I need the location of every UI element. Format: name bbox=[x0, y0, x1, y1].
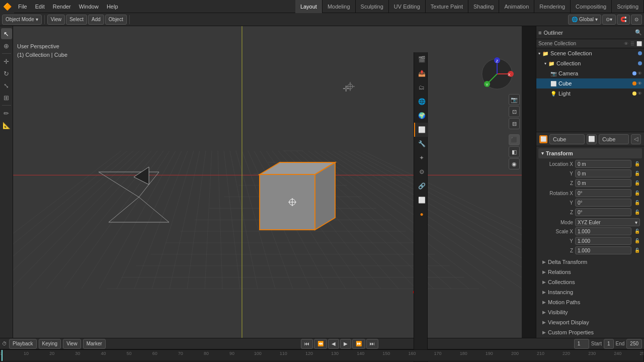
prop-tab-output[interactable]: 📤 bbox=[414, 66, 428, 80]
outliner-light[interactable]: 💡 Light 👁 bbox=[536, 88, 644, 99]
snap-btn[interactable]: 🧲 bbox=[617, 15, 630, 25]
keying-menu[interactable]: Keying bbox=[39, 339, 61, 349]
transform-section-header[interactable]: ▾ Transform bbox=[538, 148, 642, 158]
prop-data-name-btn[interactable]: ⬜ bbox=[587, 134, 597, 144]
light-vis-icon[interactable]: 👁 bbox=[637, 91, 642, 96]
scale-z-input[interactable]: 1.000 bbox=[575, 246, 631, 254]
menu-help[interactable]: Help bbox=[103, 0, 122, 13]
camera-view-btn[interactable]: 📷 bbox=[509, 94, 520, 105]
rotation-z-input[interactable]: 0° bbox=[575, 208, 631, 216]
prop-data-name-field[interactable]: Cube bbox=[599, 134, 629, 144]
play-reverse-btn[interactable]: ◀ bbox=[328, 339, 339, 349]
timeline-view-menu[interactable]: View bbox=[63, 339, 81, 349]
rotation-y-lock-icon[interactable]: 🔓 bbox=[634, 200, 640, 205]
tab-animation[interactable]: Animation bbox=[499, 0, 534, 13]
add-menu[interactable]: Add bbox=[88, 15, 104, 25]
shading-render-btn[interactable]: ◉ bbox=[509, 158, 520, 169]
outliner-collection[interactable]: ▾ 📁 Collection bbox=[536, 58, 644, 68]
select-tool-btn[interactable]: ↖ bbox=[1, 28, 12, 39]
prop-tab-world[interactable]: 🌍 bbox=[414, 109, 428, 123]
collections-section[interactable]: ▶ Collections bbox=[538, 277, 642, 287]
instancing-section[interactable]: ▶ Instancing bbox=[538, 287, 642, 297]
blender-logo[interactable]: 🔶 bbox=[0, 0, 14, 13]
marker-menu[interactable]: Marker bbox=[83, 339, 106, 349]
prop-tab-render[interactable]: 🎬 bbox=[414, 52, 428, 66]
tab-uv-editing[interactable]: UV Editing bbox=[389, 0, 426, 13]
tab-texture-paint[interactable]: Texture Paint bbox=[426, 0, 468, 13]
tab-sculpting[interactable]: Sculpting bbox=[356, 0, 389, 13]
current-frame-display[interactable]: 1 bbox=[574, 339, 589, 349]
shading-solid-btn[interactable]: ⬛ bbox=[509, 134, 520, 145]
menu-edit[interactable]: Edit bbox=[31, 0, 49, 13]
location-x-lock-icon[interactable]: 🔓 bbox=[634, 161, 640, 166]
custom-properties-section[interactable]: ▶ Custom Properties bbox=[538, 327, 642, 337]
prop-tab-scene[interactable]: 🌐 bbox=[414, 95, 428, 109]
outliner-camera[interactable]: 📷 Camera 👁 bbox=[536, 68, 644, 78]
prop-tab-object[interactable]: ⬜ bbox=[414, 123, 428, 137]
scale-x-lock-icon[interactable]: 🔓 bbox=[634, 229, 640, 234]
menu-render[interactable]: Render bbox=[49, 0, 75, 13]
tab-rendering[interactable]: Rendering bbox=[534, 0, 571, 13]
cube-vis-icon[interactable]: 👁 bbox=[637, 81, 642, 86]
tab-shading[interactable]: Shading bbox=[468, 0, 499, 13]
tab-scripting[interactable]: Scripting bbox=[612, 0, 644, 13]
prop-tab-view-layer[interactable]: 🗂 bbox=[414, 80, 428, 95]
delta-transform-section[interactable]: ▶ Delta Transform bbox=[538, 257, 642, 267]
jump-end-btn[interactable]: ⏭ bbox=[366, 339, 378, 349]
location-z-input[interactable]: 0 m bbox=[575, 179, 631, 187]
xray-toggle-btn[interactable]: ⊟ bbox=[509, 118, 520, 129]
measure-btn[interactable]: 📐 bbox=[1, 120, 12, 131]
visibility-section[interactable]: ▶ Visibility bbox=[538, 307, 642, 317]
rotation-x-input[interactable]: 0° bbox=[575, 189, 631, 197]
viewport-display-section[interactable]: ▶ Viewport Display bbox=[538, 317, 642, 327]
next-frame-btn[interactable]: ⏩ bbox=[352, 339, 365, 349]
move-tool-btn[interactable]: ✛ bbox=[1, 56, 12, 67]
menu-file[interactable]: File bbox=[14, 0, 31, 13]
select-menu[interactable]: Select bbox=[66, 15, 87, 25]
tab-layout[interactable]: Layout bbox=[295, 0, 323, 13]
rotation-x-lock-icon[interactable]: 🔓 bbox=[634, 191, 640, 196]
prop-tab-particles[interactable]: ✦ bbox=[414, 151, 428, 165]
playback-menu[interactable]: Playback bbox=[9, 339, 37, 349]
view-menu[interactable]: View bbox=[47, 15, 65, 25]
tab-compositing[interactable]: Compositing bbox=[571, 0, 612, 13]
tab-modeling[interactable]: Modeling bbox=[323, 0, 356, 13]
prop-object-name-field[interactable]: Cube bbox=[549, 134, 585, 144]
play-btn[interactable]: ▶ bbox=[340, 339, 351, 349]
prop-tab-modifiers[interactable]: 🔧 bbox=[414, 137, 428, 151]
timeline-scrubber[interactable]: 1102030405060708090100110120130140150160… bbox=[0, 349, 644, 361]
proportional-edit[interactable]: ⊙ bbox=[631, 15, 642, 25]
location-x-input[interactable]: 0 m bbox=[575, 160, 631, 168]
pivot-point[interactable]: ⊙▾ bbox=[602, 15, 616, 25]
rotation-y-input[interactable]: 0° bbox=[575, 199, 631, 207]
prop-tab-constraints[interactable]: 🔗 bbox=[414, 179, 428, 193]
outliner-cube[interactable]: ⬜ Cube 👁 bbox=[536, 78, 644, 88]
prop-tab-physics[interactable]: ⚙ bbox=[414, 165, 428, 179]
prop-browse-btn[interactable]: ◁ bbox=[631, 134, 641, 144]
annotate-btn[interactable]: ✏ bbox=[1, 108, 12, 119]
object-menu[interactable]: Object bbox=[105, 15, 127, 25]
rotation-mode-dropdown[interactable]: XYZ Euler ▾ bbox=[575, 218, 640, 226]
rotate-tool-btn[interactable]: ↻ bbox=[1, 68, 12, 79]
3d-viewport[interactable]: User Perspective (1) Collection | Cube X… bbox=[13, 26, 522, 338]
scale-tool-btn[interactable]: ⤡ bbox=[1, 80, 12, 91]
relations-section[interactable]: ▶ Relations bbox=[538, 267, 642, 277]
scale-y-lock-icon[interactable]: 🔓 bbox=[634, 238, 640, 243]
viewport-gizmo[interactable]: X Y Z bbox=[479, 56, 515, 92]
transform-orientation[interactable]: 🌐 Global ▾ bbox=[568, 15, 601, 25]
camera-vis-icon[interactable]: 👁 bbox=[637, 71, 642, 76]
cursor-tool-btn[interactable]: ⊕ bbox=[1, 40, 12, 51]
scale-y-input[interactable]: 1.000 bbox=[575, 237, 631, 245]
outliner-scene-collection[interactable]: ▾ 📁 Scene Collection bbox=[536, 48, 644, 58]
end-frame-input[interactable]: 250 bbox=[626, 339, 642, 349]
prop-tab-data[interactable]: ⬜ bbox=[414, 193, 428, 207]
jump-start-btn[interactable]: ⏮ bbox=[301, 339, 313, 349]
location-y-lock-icon[interactable]: 🔓 bbox=[634, 171, 640, 176]
menu-window[interactable]: Window bbox=[75, 0, 103, 13]
rotation-z-lock-icon[interactable]: 🔓 bbox=[634, 210, 640, 215]
shading-material-btn[interactable]: ◧ bbox=[509, 146, 520, 157]
prev-frame-btn[interactable]: ⏪ bbox=[314, 339, 327, 349]
prop-tab-material[interactable]: ● bbox=[414, 207, 428, 221]
object-mode-dropdown[interactable]: Object Mode ▾ bbox=[2, 15, 42, 25]
perspective-toggle-btn[interactable]: ⊡ bbox=[509, 106, 520, 117]
